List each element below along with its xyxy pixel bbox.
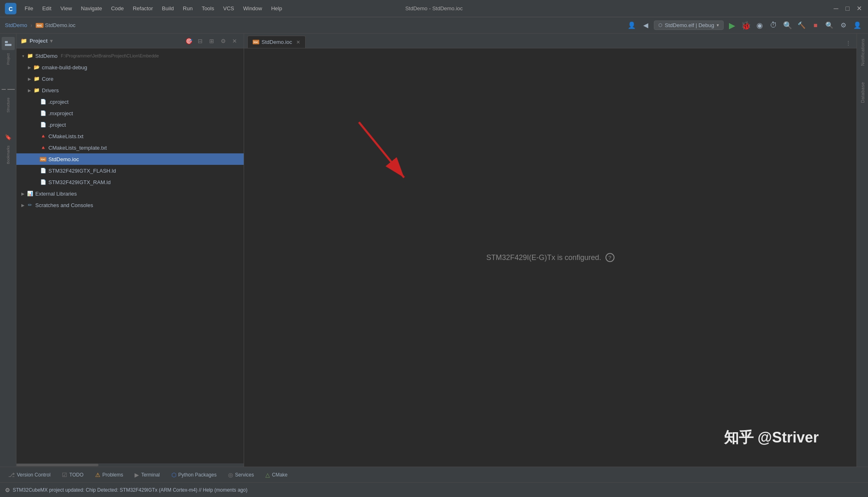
menu-code[interactable]: Code (107, 4, 128, 13)
tree-external-libs[interactable]: ▶ 📊 External Libraries (16, 188, 244, 199)
tree-mxproject[interactable]: 📄 .mxproject (16, 107, 244, 119)
valgrind-button[interactable]: 🔍 (782, 20, 793, 31)
python-packages-label: Python Packages (178, 472, 217, 478)
menu-refactor[interactable]: Refactor (129, 4, 157, 13)
help-icon-button[interactable]: ? (605, 253, 614, 262)
menu-help[interactable]: Help (267, 4, 286, 13)
ram-ld-file-name: STM32F429IGTX_RAM.ld (48, 179, 111, 185)
profile-button[interactable]: 👤 (626, 20, 637, 31)
tree-cproject[interactable]: 📄 .cproject (16, 96, 244, 107)
tree-cmake-build-debug[interactable]: ▶ 📂 cmake-build-debug (16, 62, 244, 73)
tab-version-control[interactable]: ⎇ Version Control (3, 470, 55, 480)
tab-todo[interactable]: ☑ TODO (57, 470, 88, 480)
root-name: StdDemo (35, 53, 57, 59)
core-folder-name: Core (42, 76, 53, 82)
back-button[interactable]: ◀ (640, 20, 651, 31)
cmakelists-chevron (33, 133, 39, 139)
breadcrumb-project[interactable]: StdDemo (5, 22, 27, 28)
menu-edit[interactable]: Edit (38, 4, 55, 13)
coverage-button[interactable]: ◉ (754, 20, 765, 31)
minimize-button[interactable]: ─ (832, 5, 840, 13)
menu-navigate[interactable]: Navigate (77, 4, 106, 13)
tree-ram-ld[interactable]: 📄 STM32F429IGTX_RAM.ld (16, 176, 244, 188)
maximize-button[interactable]: □ (843, 5, 852, 13)
project-title-dropdown[interactable]: ▾ (50, 38, 53, 44)
project-panel-header: 📁 Project ▾ 🎯 ⊟ ⊞ ⚙ ✕ (16, 34, 244, 48)
expand-all-button[interactable]: ⊞ (207, 36, 217, 46)
menu-build[interactable]: Build (158, 4, 178, 13)
tree-flash-ld[interactable]: 📄 STM32F429IGTX_FLASH.ld (16, 165, 244, 176)
run-config-button[interactable]: ⬡ StdDemo.elf | Debug ▾ (654, 21, 724, 30)
toolbar-right: 👤 ◀ ⬡ StdDemo.elf | Debug ▾ ▶ 🐞 ◉ ⏱ 🔍 🔨 … (626, 20, 863, 31)
project-header-icons: 🎯 ⊟ ⊞ ⚙ ✕ (184, 36, 240, 46)
cmake-folder-name: cmake-build-debug (42, 64, 87, 71)
tab-more-button[interactable]: ⋮ (843, 38, 853, 48)
tree-drivers[interactable]: ▶ 📁 Drivers (16, 84, 244, 96)
profile-run-button[interactable]: ⏱ (768, 20, 779, 31)
project-title-label: Project (30, 38, 48, 44)
menu-vcs[interactable]: VCS (219, 4, 238, 13)
menu-view[interactable]: View (56, 4, 76, 13)
tree-project[interactable]: 📄 .project (16, 119, 244, 130)
settings-button[interactable]: ⚙ (838, 20, 849, 31)
project-panel: 📁 Project ▾ 🎯 ⊟ ⊞ ⚙ ✕ ▾ 📁 StdDemo F:\Pro… (16, 34, 244, 467)
tree-core[interactable]: ▶ 📁 Core (16, 73, 244, 84)
scratches-chevron: ▶ (20, 202, 26, 208)
sidebar-icon-structure[interactable] (2, 83, 15, 96)
tab-problems[interactable]: ⚠ Problems (90, 470, 128, 480)
horizontal-scrollbar[interactable] (16, 463, 244, 467)
tab-stddemo-ioc[interactable]: ioc StdDemo.ioc ✕ (247, 36, 306, 48)
bookmarks-label[interactable]: Bookmarks (6, 146, 10, 164)
project-chevron (33, 121, 39, 128)
app-logo: C (5, 3, 16, 14)
tab-close-button[interactable]: ✕ (296, 39, 300, 45)
locate-file-button[interactable]: 🎯 (184, 36, 194, 46)
configured-text: STM32F429I(E-G)Tx is configured. (486, 253, 601, 262)
debug-button[interactable]: 🐞 (740, 20, 752, 31)
breadcrumb-current-file: ioc StdDemo.ioc (36, 22, 75, 28)
tree-root[interactable]: ▾ 📁 StdDemo F:\Programmer\JetBrainsProje… (16, 50, 244, 62)
menu-run[interactable]: Run (179, 4, 197, 13)
title-bar: C File Edit View Navigate Code Refactor … (0, 0, 868, 17)
scrollbar-thumb (16, 464, 98, 466)
tree-scratches[interactable]: ▶ ✏ Scratches and Consoles (16, 199, 244, 211)
tab-terminal[interactable]: ▶ Terminal (130, 470, 164, 480)
terminal-label: Terminal (141, 472, 160, 478)
tab-cmake[interactable]: △ CMake (260, 470, 292, 480)
run-button[interactable]: ▶ (726, 20, 738, 31)
menu-tools[interactable]: Tools (198, 4, 218, 13)
menu-window[interactable]: Window (239, 4, 266, 13)
project-panel-title: 📁 Project ▾ (21, 38, 53, 44)
tree-cmakelists-template[interactable]: 🔺 CMakeLists_template.txt (16, 142, 244, 153)
todo-label: TODO (69, 472, 83, 478)
close-panel-button[interactable]: ✕ (230, 36, 240, 46)
menu-file[interactable]: File (21, 4, 37, 13)
flash-ld-file-name: STM32F429IGTX_FLASH.ld (48, 168, 116, 174)
panel-settings-button[interactable]: ⚙ (218, 36, 228, 46)
cmakelists-template-file-icon: 🔺 (39, 144, 47, 151)
sidebar-icon-bookmarks[interactable]: 🔖 (2, 131, 15, 144)
run-config-dropdown-icon: ▾ (717, 23, 719, 28)
structure-label[interactable]: Structure (6, 98, 10, 113)
cmake-label: CMake (272, 472, 288, 478)
right-sidebar-notifications[interactable]: Notifications (860, 39, 865, 66)
sidebar-icon-project[interactable] (2, 37, 15, 50)
tab-python-packages[interactable]: ⬡ Python Packages (167, 470, 222, 480)
user-icon[interactable]: 👤 (852, 20, 863, 31)
tab-services[interactable]: ◎ Services (223, 470, 259, 480)
left-sidebar: Project Structure 🔖 Bookmarks (0, 34, 16, 467)
build-button[interactable]: 🔨 (796, 20, 807, 31)
right-sidebar: Notifications Database (857, 34, 868, 467)
close-button[interactable]: ✕ (855, 5, 863, 13)
project-label[interactable]: Project (6, 53, 10, 65)
tree-stddemo-ioc[interactable]: ioc StdDemo.ioc (16, 153, 244, 165)
drivers-folder-icon: 📁 (33, 87, 40, 94)
project-folder-icon: 📁 (21, 38, 27, 44)
tree-cmakelists[interactable]: 🔺 CMakeLists.txt (16, 130, 244, 142)
stop-button[interactable]: ■ (810, 20, 821, 31)
right-sidebar-database[interactable]: Database (860, 82, 865, 103)
version-control-icon: ⎇ (8, 472, 15, 478)
collapse-all-button[interactable]: ⊟ (195, 36, 205, 46)
version-control-label: Version Control (17, 472, 50, 478)
search-everywhere-button[interactable]: 🔍 (824, 20, 835, 31)
